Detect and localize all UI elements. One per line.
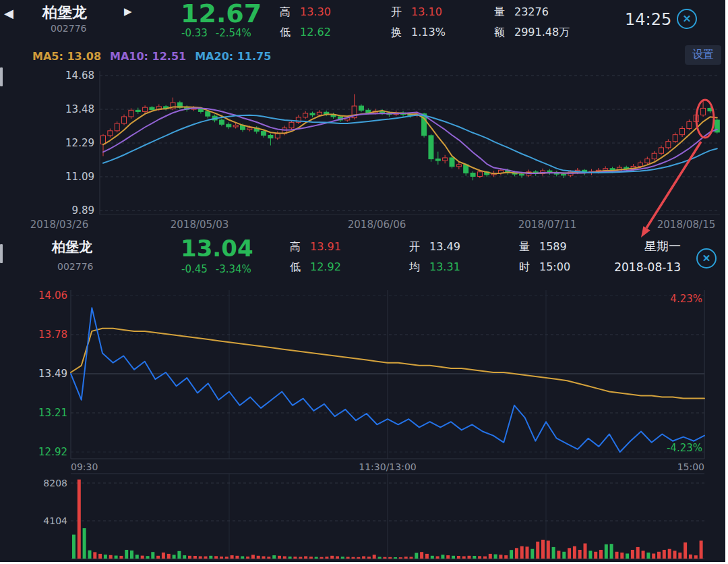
kline-date-label: 2018/03/26 <box>30 219 88 231</box>
stat-open-2: 开 13.49 <box>409 240 460 254</box>
intraday-y-label: 13.21 <box>38 407 67 419</box>
stat-turnover: 换 1.13% <box>391 26 446 40</box>
stock-code: 002776 <box>51 23 86 34</box>
close-icon[interactable]: ✕ <box>677 9 697 29</box>
pct-low-label: -4.23% <box>667 442 702 454</box>
ma10-legend: MA10: 12.51 <box>110 50 186 63</box>
intraday-x-label: 11:30/13:00 <box>359 461 416 472</box>
close-price-2: 13.04 <box>181 237 253 260</box>
stat-volume-2: 量 1589 <box>519 240 570 254</box>
kline-date-label: 2018/07/11 <box>518 219 576 231</box>
edge-scroll-mark-bottom <box>0 244 3 263</box>
kline-date-label: 2018/05/03 <box>171 219 229 231</box>
stat-open: 开 13.10 <box>391 5 446 20</box>
stat-high-2: 高 13.91 <box>290 240 341 254</box>
stat-time-2: 时 15:00 <box>519 260 570 275</box>
volume-y-label: 8208 <box>43 478 67 488</box>
kline-y-label: 14.68 <box>65 69 94 82</box>
intraday-y-label: 13.49 <box>38 368 67 380</box>
kline-date-label: 2018/08/15 <box>657 219 715 231</box>
price-change-2: -0.45 <box>181 263 208 275</box>
stock-app-screen: ◀ 柏堡龙 ▶ 002776 12.67 -0.33 -2.54% 高 13.3… <box>0 0 725 562</box>
current-price: 12.67 <box>181 1 262 26</box>
price-change: -0.33 <box>181 27 208 39</box>
ma5-legend: MA5: 13.08 <box>32 50 101 63</box>
kline-chart-area[interactable] <box>100 71 720 233</box>
stat-amount: 额 2991.48万 <box>494 26 570 40</box>
pct-high-label: 4.23% <box>670 293 702 305</box>
intraday-x-label: 09:30 <box>71 461 98 472</box>
stat-low: 低 12.62 <box>280 26 331 40</box>
kline-y-label: 13.48 <box>65 103 94 115</box>
intraday-y-label: 14.06 <box>38 289 67 302</box>
volume-chart-area[interactable] <box>71 474 704 559</box>
intraday-chart-area[interactable] <box>71 290 704 459</box>
stock-name-2: 柏堡龙 <box>52 238 92 256</box>
back-arrow-icon[interactable]: ◀ <box>4 6 13 20</box>
stat-low-2: 低 12.92 <box>290 260 341 275</box>
stat-volume: 量 23276 <box>494 5 570 20</box>
stock-code-2: 002776 <box>57 261 93 272</box>
kline-y-label: 9.89 <box>72 204 94 217</box>
ma20-legend: MA20: 11.75 <box>195 50 271 63</box>
clock-time: 14:25 <box>625 10 671 29</box>
intraday-y-label: 13.78 <box>38 329 67 341</box>
stat-avg-2: 均 13.31 <box>409 260 460 275</box>
weekday-label: 星期一 <box>644 238 681 254</box>
intraday-y-label: 12.92 <box>38 446 67 458</box>
kline-date-label: 2018/06/06 <box>348 219 406 231</box>
kline-y-label: 11.09 <box>65 171 94 183</box>
intraday-x-label: 15:00 <box>677 461 704 472</box>
volume-y-label: 4104 <box>43 515 67 526</box>
settings-button[interactable]: 设置 <box>685 45 721 65</box>
price-change-pct-2: -3.34% <box>216 263 251 275</box>
next-arrow-icon[interactable]: ▶ <box>124 5 132 18</box>
date-label: 2018-08-13 <box>614 260 681 274</box>
stock-name: 柏堡龙 <box>42 3 87 23</box>
close-icon-2[interactable]: ✕ <box>696 248 717 269</box>
edge-scroll-mark-top <box>0 67 3 86</box>
price-change-pct: -2.54% <box>216 27 251 39</box>
kline-y-label: 12.29 <box>65 137 94 149</box>
stat-high: 高 13.30 <box>280 5 331 20</box>
